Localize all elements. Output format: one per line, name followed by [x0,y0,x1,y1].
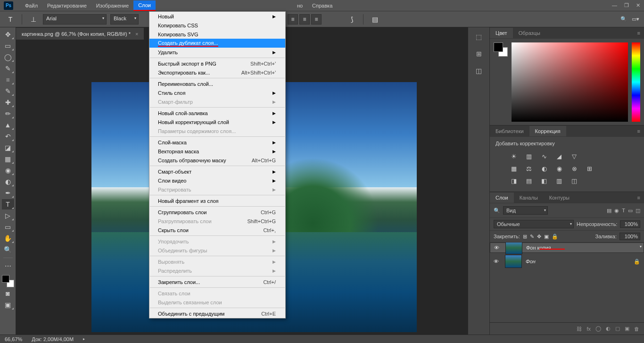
link-icon[interactable]: ⛓ [577,326,582,332]
filter-adj-icon[interactable]: ◉ [614,208,619,214]
zoom-level[interactable]: 66,67% [5,336,22,342]
menu-item[interactable]: Закрепить слои...Ctrl+/ [149,277,285,286]
adj-brightness-icon[interactable]: ☀ [509,152,519,160]
delete-icon[interactable]: 🗑 [634,326,639,332]
menu-item[interactable]: Удалить▶ [149,48,285,57]
eraser-tool[interactable]: ◪ [2,142,14,153]
move-tool[interactable]: ✥ [2,29,14,40]
adj-lut-icon[interactable]: ⊞ [584,164,594,173]
orientation-icon[interactable]: ⊥ [28,14,39,25]
tab-channels[interactable]: Каналы [514,192,544,203]
blur-tool[interactable]: ◉ [2,165,14,176]
dodge-tool[interactable]: ◐ [2,176,14,187]
tab-layers[interactable]: Слои [490,192,514,203]
filter-smart-icon[interactable]: ◫ [636,208,640,214]
panel-toggle-icon[interactable]: ▤ [369,14,380,25]
eyedropper-tool[interactable]: ✎ [2,86,14,96]
menu-item[interactable]: Копировать SVG [149,30,285,39]
dock-properties-icon[interactable]: ◫ [472,65,486,76]
layer-item[interactable]: 👁 Фон 🔒 [490,253,644,270]
menu-help[interactable]: Справка [307,1,337,10]
filter-search-icon[interactable]: 🔍 [494,208,500,214]
doc-size[interactable]: Док: 2,00M/4,00M [32,336,74,342]
layer-item[interactable]: 👁 Фон копия [490,243,644,253]
panel-swatches[interactable] [494,42,508,57]
color-select[interactable]: Black [110,14,139,25]
color-swatches[interactable] [2,275,14,287]
shape-tool[interactable]: ▭ [2,222,14,232]
adj-gradient-icon[interactable]: ▥ [554,176,564,185]
quick-select-tool[interactable]: ✎ [2,63,14,74]
menu-item[interactable]: Скрыть слоиCtrl+, [149,226,285,234]
opacity-input[interactable]: 100% [620,220,640,228]
warp-text-icon[interactable]: ⟆ [346,14,357,25]
fill-input[interactable]: 100% [619,233,640,240]
close-tab-icon[interactable]: × [135,31,138,37]
align-right-icon[interactable]: ≡ [311,14,322,25]
filter-shape-icon[interactable]: ▭ [628,208,633,214]
quickmask-tool[interactable]: ◙ [2,288,14,299]
menu-edit[interactable]: Редактирование [42,1,91,10]
menu-item[interactable]: Новый фрагмент из слоя [149,196,285,205]
fx-icon[interactable]: fx [586,326,591,332]
menu-item[interactable]: Сгруппировать слоиCtrl+G [149,208,285,217]
adj-exposure-icon[interactable]: ◢ [554,152,564,160]
menu-layers[interactable]: Слои [133,0,156,11]
menu-item[interactable]: Создать дубликат слоя... [149,39,285,48]
crop-tool[interactable]: ⌗ [2,75,14,85]
menu-item[interactable]: Новый▶ [149,12,285,21]
path-select-tool[interactable]: ▷ [2,210,14,221]
menu-item[interactable]: Смарт-объект▶ [149,167,285,176]
adj-vibrance-icon[interactable]: ▽ [569,152,579,160]
lock-pixels-icon[interactable]: ✎ [530,234,534,240]
color-field[interactable] [512,42,628,122]
visibility-icon[interactable]: 👁 [494,259,501,264]
menu-item[interactable]: Векторная маска▶ [149,147,285,156]
menu-image[interactable]: Изображение [91,1,133,10]
minimize-icon[interactable]: — [612,2,617,8]
menu-item[interactable]: Экспортировать как...Alt+Shift+Ctrl+' [149,68,285,77]
hand-tool[interactable]: ✋ [2,233,14,243]
dock-actions-icon[interactable]: ⊞ [472,48,486,59]
tab-adjustments[interactable]: Коррекция [529,126,566,136]
tab-swatches[interactable]: Образцы [513,28,546,38]
menu-item[interactable]: Копировать CSS [149,21,285,30]
new-layer-icon[interactable]: ▣ [625,326,629,332]
lock-icon[interactable]: 🔒 [552,234,558,240]
panel-menu-icon[interactable]: ≡ [634,30,644,36]
panel-menu-icon[interactable]: ≡ [634,128,644,134]
group-icon[interactable]: ▢ [615,326,620,332]
menu-item[interactable]: Объединить с предыдущимCtrl+E [149,309,285,318]
align-left-icon[interactable]: ≡ [288,14,298,25]
adj-threshold-icon[interactable]: ◧ [539,176,549,185]
marquee-tool[interactable]: ▭ [2,41,14,51]
menu-item[interactable]: Слои видео▶ [149,176,285,185]
font-select[interactable]: Arial [43,14,107,25]
lock-position-icon[interactable]: ✥ [537,234,541,240]
tab-color[interactable]: Цвет [490,28,513,38]
adj-balance-icon[interactable]: ⚖ [524,164,534,173]
screenmode-tool[interactable]: ▣ [2,300,14,310]
foreground-swatch[interactable] [2,275,9,283]
adj-bw-icon[interactable]: ◐ [539,164,549,173]
adj-photo-icon[interactable]: ◉ [554,164,564,173]
brush-tool[interactable]: ✏ [2,109,14,119]
tab-libraries[interactable]: Библиотеки [490,126,529,136]
gradient-tool[interactable]: ▦ [2,154,14,164]
close-icon[interactable]: ✕ [636,2,640,8]
lock-all-icon[interactable]: ⊞ [523,234,527,240]
hue-slider[interactable] [632,42,640,122]
menu-file[interactable]: Файл [20,1,42,10]
history-brush-tool[interactable]: ↶ [2,131,14,142]
pen-tool[interactable]: ✒ [2,188,14,198]
menu-item[interactable]: Новый слой-заливка▶ [149,109,285,117]
zoom-tool[interactable]: 🔍 [2,244,14,255]
healing-tool[interactable]: ✚ [2,97,14,108]
menu-item[interactable]: Быстрый экспорт в PNGShift+Ctrl+' [149,59,285,68]
adj-selective-icon[interactable]: ◫ [569,176,579,185]
maximize-icon[interactable]: ❐ [624,2,629,8]
layer-thumbnail[interactable] [505,243,522,254]
adj-hue-icon[interactable]: ▦ [509,164,519,173]
edit-toolbar[interactable]: ⋯ [2,261,14,271]
layer-name[interactable]: Фон [526,259,536,264]
